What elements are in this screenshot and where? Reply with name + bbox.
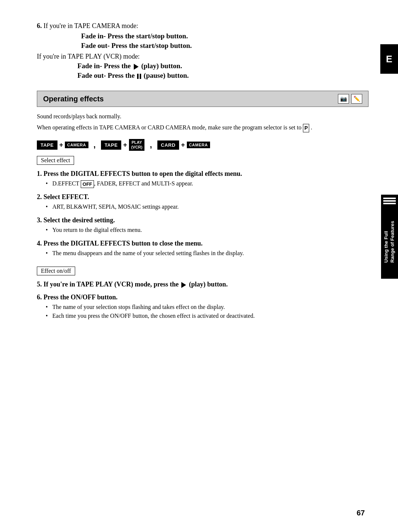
play-triangle-icon-2 [181, 282, 186, 288]
step-1-text: Press the DIGITAL EFFECTS button to open… [43, 170, 242, 177]
step-2-num: 2. [37, 193, 42, 201]
off-box-1: OFF [81, 180, 94, 188]
tape-play-intro-line: If you're in TAPE PLAY (VCR) mode: [37, 53, 369, 60]
step-3-title: 3. Select the desired setting. [37, 216, 369, 224]
step-3-bullets: You return to the digital effects menu. [46, 226, 369, 234]
side-tab-e: E [380, 44, 398, 74]
step-4: 4. Press the DIGITAL EFFECTS button to c… [37, 240, 369, 258]
step6-intro: 6. If you're in TAPE CAMERA mode: [37, 22, 138, 29]
select-effect-container: Select effect [37, 156, 369, 170]
desc1-text: Sound records/plays back normally. [37, 113, 121, 119]
step-6b: 6. Press the ON/OFF button. The name of … [37, 293, 369, 320]
fade-out-pause-line: Fade out- Press the (pause) button. [37, 72, 369, 80]
step-3-num: 3. [37, 216, 42, 224]
fade-out-camera: Fade out- Press the start/stop button. [37, 42, 369, 50]
side-line-3 [383, 203, 396, 204]
effect-onoff-box: Effect on/off [37, 267, 75, 275]
step-2-text: Select EFFECT. [43, 193, 89, 201]
pencil-icon-box: ✏️ [351, 94, 362, 104]
step6-tape-camera: 6. If you're in TAPE CAMERA mode: [37, 22, 369, 30]
camera-btn-2: CAMERA [187, 142, 210, 148]
step-2-title: 2. Select EFFECT. [37, 193, 369, 201]
tape-play-intro-text: If you're in TAPE PLAY (VCR) mode: [37, 53, 140, 60]
separator-2: , [150, 140, 152, 150]
section-header-icons: 📷 ✏️ [338, 94, 362, 104]
desc2-end: . [311, 124, 312, 131]
step-1: 1. Press the DIGITAL EFFECTS button to o… [37, 170, 369, 188]
pencil-icon: ✏️ [353, 95, 360, 102]
step-5: 5. If you're in TAPE PLAY (VCR) mode, pr… [37, 281, 369, 288]
fade-out-pause-text: Fade out- Press the (pause) button. [77, 72, 369, 80]
step-1-bullets: D.EFFECT OFF, FADER, EFFECT and MULTI-S … [46, 179, 369, 188]
step-6b-num: 6. [37, 293, 42, 301]
tape-btn-2: TAPE [101, 140, 122, 150]
step-3: 3. Select the desired setting. You retur… [37, 216, 369, 234]
side-vertical-label: Using the FullRange of Features [381, 205, 398, 279]
step-5-num: 5. [37, 281, 42, 288]
plus-3: + [181, 141, 185, 149]
play-triangle-icon [134, 64, 139, 70]
effect-onoff-container: Effect on/off [37, 263, 369, 281]
p-symbol-box: P [303, 124, 309, 132]
step6-tape-camera-text: If you're in TAPE CAMERA mode: [43, 22, 138, 29]
side-vertical-text-content: Using the FullRange of Features [383, 221, 396, 262]
fade-out-camera-text: Fade out- Press the start/stop button. [81, 42, 369, 50]
plus-2: + [123, 141, 127, 149]
step-4-bullets: The menu disappears and the name of your… [46, 249, 369, 258]
step-4-num: 4. [37, 240, 42, 247]
camera-icon: 📷 [340, 95, 347, 102]
step-6b-bullets: The name of your selection stops flashin… [46, 303, 369, 320]
op-effects-desc1: Sound records/plays back normally. [37, 112, 369, 121]
step-1-title: 1. Press the DIGITAL EFFECTS button to o… [37, 170, 369, 178]
plus-1: + [59, 141, 63, 149]
separator-1: , [94, 140, 96, 150]
fade-in-camera-text: Fade in- Press the start/stop button. [81, 32, 369, 40]
fade-in-camera: Fade in- Press the start/stop button. [37, 32, 369, 40]
step-1-num: 1. [37, 170, 42, 177]
step-6b-title: 6. Press the ON/OFF button. [37, 293, 369, 301]
camera-icon-box: 📷 [338, 94, 349, 104]
step-5-text: If you're in TAPE PLAY (VCR) mode, press… [43, 281, 228, 288]
pause-icon [137, 74, 141, 79]
pause-bar-2 [140, 74, 141, 79]
step-3-bullet-1: You return to the digital effects menu. [46, 226, 369, 234]
step-1-bullet-1: D.EFFECT OFF, FADER, EFFECT and MULTI-S … [46, 179, 369, 188]
step-3-text: Select the desired setting. [43, 216, 115, 224]
step-4-text: Press the DIGITAL EFFECTS button to clos… [43, 240, 203, 247]
step-2-bullets: ART, BLK&WHT, SEPIA, MOSAIC settings app… [46, 202, 369, 211]
pause-bar-1 [137, 74, 139, 79]
card-btn: CARD [157, 140, 179, 150]
side-line-1 [383, 198, 396, 199]
step-2: 2. Select EFFECT. ART, BLK&WHT, SEPIA, M… [37, 193, 369, 211]
page-container: E Using the FullRange of Features 6. If … [0, 0, 398, 532]
play-vcr-top: PLAY [132, 140, 142, 145]
tape-btn-1: TAPE [37, 140, 57, 150]
step-6b-bullet-1: The name of your selection stops flashin… [46, 303, 369, 312]
operating-effects-header: Operating effects 📷 ✏️ [37, 91, 369, 107]
fade-in-play-line: Fade in- Press the (play) button. [37, 62, 369, 70]
mode-buttons-row: TAPE + CAMERA , TAPE + PLAY (VCR) , CARD… [37, 139, 369, 151]
section-header-title: Operating effects [43, 95, 104, 103]
side-line-2 [383, 200, 396, 202]
camera-btn-1: CAMERA [65, 142, 88, 148]
fade-in-play-text: Fade in- Press the (play) button. [77, 62, 369, 70]
desc2-text: When operating effects in TAPE CAMERA or… [37, 124, 301, 131]
side-tab-label: E [386, 53, 392, 65]
step-4-bullet-1: The menu disappears and the name of your… [46, 249, 369, 258]
step-6b-text: Press the ON/OFF button. [43, 293, 118, 301]
op-effects-desc2: When operating effects in TAPE CAMERA or… [37, 123, 369, 132]
step-4-title: 4. Press the DIGITAL EFFECTS button to c… [37, 240, 369, 247]
step6-num: 6. [37, 22, 42, 29]
steps-list: 1. Press the DIGITAL EFFECTS button to o… [37, 170, 369, 258]
select-effect-box: Select effect [37, 156, 74, 165]
step-5-title: 5. If you're in TAPE PLAY (VCR) mode, pr… [37, 281, 369, 288]
page-number: 67 [357, 509, 365, 517]
play-vcr-bot: (VCR) [131, 145, 143, 150]
step-2-bullet-1: ART, BLK&WHT, SEPIA, MOSAIC settings app… [46, 202, 369, 211]
play-vcr-btn: PLAY (VCR) [129, 139, 145, 151]
step-6b-bullet-2: Each time you press the ON/OFF button, t… [46, 312, 369, 320]
